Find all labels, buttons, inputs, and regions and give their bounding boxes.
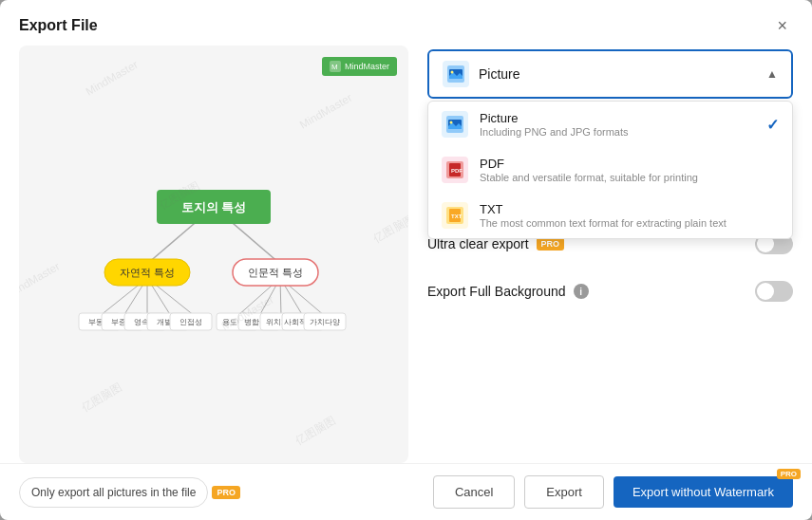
format-dropdown[interactable]: Picture ▲ (427, 49, 793, 99)
dialog-title: Export File (19, 17, 98, 34)
svg-text:인접성: 인접성 (179, 318, 202, 326)
close-button[interactable]: × (771, 15, 793, 36)
right-panel: Picture ▲ Picture Including PNG and JPG … (427, 46, 793, 463)
option-pdf-name: PDF (480, 157, 779, 171)
option-picture-name: Picture (480, 111, 755, 125)
full-background-text: Export Full Background (427, 284, 566, 299)
chevron-up-icon: ▲ (766, 67, 778, 81)
option-pdf[interactable]: PDF PDF Stable and versatile format, sui… (428, 147, 792, 193)
option-txt-desc: The most common text format for extracti… (480, 217, 779, 229)
cancel-button[interactable]: Cancel (433, 475, 515, 509)
svg-text:M: M (331, 63, 338, 71)
only-export-label: Only export all pictures in the file (19, 477, 208, 508)
option-picture-icon (442, 111, 468, 138)
option-picture-text: Picture Including PNG and JPG formats (480, 111, 755, 138)
svg-point-42 (451, 71, 454, 74)
format-dropdown-menu: Picture Including PNG and JPG formats ✓ … (427, 101, 793, 239)
option-pdf-icon: PDF (442, 157, 468, 183)
dialog-body: M MindMaster 亿图脑图MindMaster亿图脑图 MindMast… (0, 46, 812, 463)
brand-name: MindMaster (345, 62, 389, 71)
svg-text:PDF: PDF (451, 168, 463, 174)
format-dropdown-wrapper: Picture ▲ Picture Including PNG and JPG … (427, 49, 793, 99)
ultra-clear-pro-badge: PRO (537, 237, 565, 251)
export-watermark-pro-badge: PRO (777, 469, 801, 479)
svg-text:TXT: TXT (451, 214, 463, 219)
footer-left: Only export all pictures in the file PRO (19, 477, 424, 508)
footer-right: Cancel Export Export without Watermark P… (433, 475, 793, 509)
option-txt-name: TXT (480, 202, 779, 216)
mindmaster-logo: M MindMaster (322, 57, 397, 76)
check-mark-picture: ✓ (766, 116, 779, 134)
only-export-pro-badge: PRO (212, 486, 240, 499)
preview-panel: M MindMaster 亿图脑图MindMaster亿图脑图 MindMast… (19, 46, 408, 463)
export-without-watermark-button[interactable]: Export without Watermark PRO (614, 476, 793, 508)
full-background-label: Export Full Background i (427, 284, 589, 299)
dialog-footer: Only export all pictures in the file PRO… (0, 463, 812, 520)
svg-text:인문적 특성: 인문적 특성 (248, 267, 303, 278)
export-dialog: Export File × M MindMaster 亿图脑图MindMaste… (0, 0, 812, 520)
svg-text:가치다양: 가치다양 (310, 318, 340, 326)
selected-format-label: Picture (479, 66, 757, 82)
option-txt-icon: TXT (442, 202, 468, 229)
full-background-toggle-row: Export Full Background i (427, 268, 793, 315)
picture-icon (443, 61, 469, 87)
svg-text:자연적 특성: 자연적 특성 (120, 267, 175, 278)
svg-point-45 (450, 121, 453, 124)
dialog-header: Export File × (0, 0, 812, 46)
export-button[interactable]: Export (524, 475, 604, 509)
info-icon: i (574, 284, 589, 299)
full-background-toggle[interactable] (755, 281, 793, 302)
option-pdf-text: PDF Stable and versatile format, suitabl… (480, 157, 779, 183)
option-txt-text: TXT The most common text format for extr… (480, 202, 779, 229)
mindmap-preview: 토지의 특성 자연적 특성 인문적 특성 부동성 부증성 영속성 개별성 인접성 (52, 102, 375, 406)
svg-text:토지의 특성: 토지의 특성 (181, 200, 247, 214)
option-txt[interactable]: TXT TXT The most common text format for … (428, 193, 792, 238)
option-picture-desc: Including PNG and JPG formats (480, 126, 755, 138)
option-picture[interactable]: Picture Including PNG and JPG formats ✓ (428, 102, 792, 147)
option-pdf-desc: Stable and versatile format, suitable fo… (480, 172, 779, 183)
